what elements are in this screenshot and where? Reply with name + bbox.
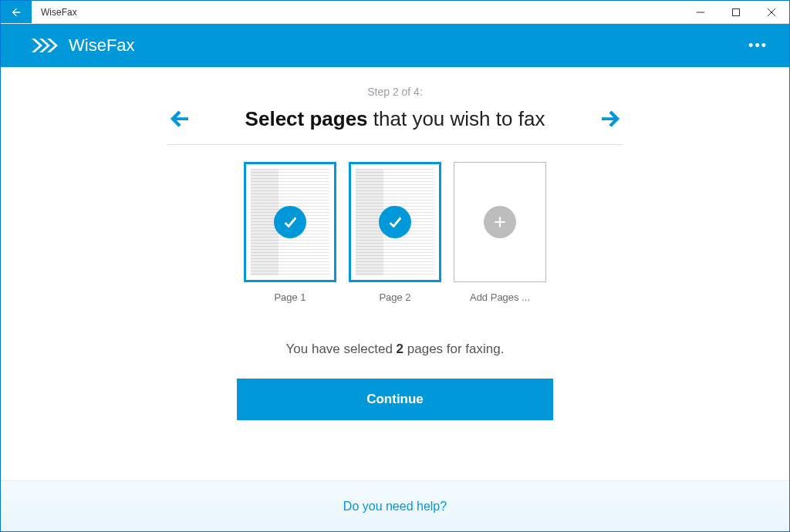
page-thumb-1[interactable] <box>244 162 336 282</box>
thumb-col-page2: Page 2 <box>349 162 441 303</box>
step-indicator: Step 2 of 4: <box>367 86 423 98</box>
thumb-label-add: Add Pages ... <box>470 291 530 303</box>
main-content: Step 2 of 4: Select pages that you wish … <box>1 67 789 420</box>
summary-suffix: pages for faxing. <box>403 342 504 356</box>
window-title: WiseFax <box>32 1 86 23</box>
thumb-label-1: Page 1 <box>274 291 306 303</box>
next-step-button[interactable] <box>596 106 623 132</box>
heading-divider <box>167 144 623 145</box>
maximize-button[interactable] <box>718 1 754 23</box>
page-heading: Select pages that you wish to fax <box>245 107 545 131</box>
continue-button[interactable]: Continue <box>237 379 553 420</box>
close-button[interactable] <box>754 1 789 23</box>
wisefax-logo-icon <box>32 37 62 54</box>
app-header: WiseFax ••• <box>1 24 789 67</box>
help-footer: Do you need help? <box>1 480 789 531</box>
page-thumbnails: Page 1 Page 2 Add Pages ... <box>244 162 546 303</box>
selected-badge <box>274 206 306 238</box>
summary-count: 2 <box>397 342 403 356</box>
arrow-left-icon <box>10 6 22 19</box>
heading-rest: that you wish to fax <box>368 107 545 130</box>
ellipsis-icon: ••• <box>748 38 768 53</box>
brand-logo: WiseFax <box>32 35 135 56</box>
page-thumb-2[interactable] <box>349 162 441 282</box>
svg-rect-1 <box>733 8 740 15</box>
arrow-left-icon <box>169 107 192 130</box>
plus-badge <box>484 206 516 238</box>
window-controls <box>683 1 789 23</box>
summary-prefix: You have selected <box>286 342 397 356</box>
selection-summary: You have selected 2 pages for faxing. <box>286 342 505 357</box>
brand-name: WiseFax <box>69 35 135 56</box>
minimize-icon <box>697 8 704 16</box>
heading-row: Select pages that you wish to fax <box>167 106 623 132</box>
arrow-right-icon <box>598 107 621 130</box>
plus-icon <box>492 214 508 230</box>
selected-badge <box>379 206 411 238</box>
help-link[interactable]: Do you need help? <box>343 500 447 513</box>
heading-strong: Select pages <box>245 107 368 130</box>
back-button[interactable] <box>1 1 32 23</box>
prev-step-button[interactable] <box>167 106 194 132</box>
thumb-col-add: Add Pages ... <box>454 162 546 303</box>
check-icon <box>387 214 403 231</box>
maximize-icon <box>732 8 740 16</box>
check-icon <box>282 214 299 231</box>
window-titlebar: WiseFax <box>1 1 789 24</box>
more-options-button[interactable]: ••• <box>744 33 772 59</box>
add-pages-button[interactable] <box>454 162 546 282</box>
minimize-button[interactable] <box>683 1 718 23</box>
thumb-col-page1: Page 1 <box>244 162 336 303</box>
thumb-label-2: Page 2 <box>379 291 410 303</box>
close-icon <box>768 8 775 16</box>
